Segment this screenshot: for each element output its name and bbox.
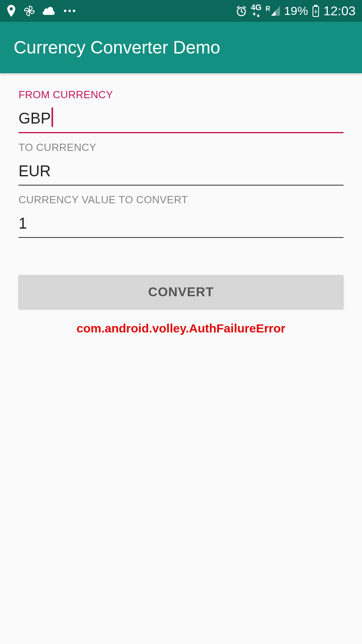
status-bar: 4G R 19% 12:03 xyxy=(0,0,362,22)
status-left-icons xyxy=(6,5,76,17)
svg-point-1 xyxy=(68,10,71,12)
form-content: FROM CURRENCY TO CURRENCY CURRENCY VALUE… xyxy=(0,73,362,351)
to-currency-field: TO CURRENCY xyxy=(19,141,343,186)
value-label: CURRENCY VALUE TO CONVERT xyxy=(19,194,343,206)
convert-button[interactable]: CONVERT xyxy=(19,275,343,309)
app-title: Currency Converter Demo xyxy=(14,37,220,58)
cloud-icon xyxy=(43,6,56,15)
text-cursor xyxy=(51,107,53,127)
value-input[interactable] xyxy=(19,213,343,238)
alarm-icon xyxy=(236,5,247,17)
error-message: com.android.volley.AuthFailureError xyxy=(19,322,343,335)
to-currency-label: TO CURRENCY xyxy=(19,141,343,154)
pinwheel-icon xyxy=(23,5,35,17)
battery-percent: 19% xyxy=(284,4,308,18)
value-field: CURRENCY VALUE TO CONVERT xyxy=(19,194,343,238)
from-currency-label: FROM CURRENCY xyxy=(19,89,343,101)
from-currency-field: FROM CURRENCY xyxy=(19,89,343,133)
battery-icon xyxy=(312,5,319,17)
location-icon xyxy=(6,5,16,17)
network-type-icon: 4G xyxy=(251,4,262,18)
to-currency-input[interactable] xyxy=(19,161,343,186)
app-bar: Currency Converter Demo xyxy=(0,22,362,73)
clock: 12:03 xyxy=(323,4,356,19)
more-icon xyxy=(64,9,76,12)
status-right-icons: 4G R 19% 12:03 xyxy=(236,4,356,19)
svg-rect-5 xyxy=(315,5,317,6)
svg-point-2 xyxy=(73,10,75,12)
signal-icon: R xyxy=(265,6,280,16)
from-currency-input[interactable] xyxy=(19,108,343,133)
svg-point-0 xyxy=(64,10,66,12)
